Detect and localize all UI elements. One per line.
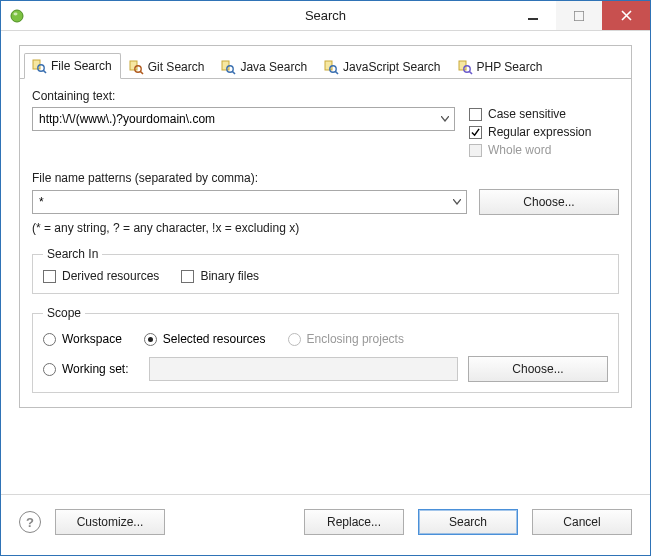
working-set-input <box>149 357 458 381</box>
regex-checkbox[interactable]: Regular expression <box>469 125 619 139</box>
choose-patterns-button[interactable]: Choose... <box>479 189 619 215</box>
radio-checked-icon <box>144 333 157 346</box>
window-controls <box>510 1 650 30</box>
svg-rect-16 <box>459 61 466 70</box>
containing-text-combo[interactable] <box>32 107 455 131</box>
chevron-down-icon[interactable] <box>436 108 454 130</box>
binary-files-checkbox[interactable]: Binary files <box>181 269 259 283</box>
scope-group: Scope Workspace Selected resources En <box>32 306 619 393</box>
svg-line-18 <box>469 71 472 74</box>
svg-rect-3 <box>574 11 584 21</box>
minimize-button[interactable] <box>510 1 556 30</box>
maximize-button[interactable] <box>556 1 602 30</box>
containing-text-input[interactable] <box>33 112 436 126</box>
radio-label: Selected resources <box>163 332 266 346</box>
replace-button[interactable]: Replace... <box>304 509 404 535</box>
tab-body: Containing text: Case sensitive <box>20 79 631 407</box>
tab-java-search[interactable]: Java Search <box>213 54 316 79</box>
svg-rect-2 <box>528 18 538 20</box>
file-search-icon <box>31 58 47 74</box>
svg-point-0 <box>11 10 23 22</box>
search-in-legend: Search In <box>43 247 102 261</box>
svg-rect-4 <box>33 60 40 69</box>
close-button[interactable] <box>602 1 650 30</box>
scope-working-set-radio[interactable]: Working set: <box>43 362 139 376</box>
whole-word-checkbox: Whole word <box>469 143 619 157</box>
derived-resources-checkbox[interactable]: Derived resources <box>43 269 159 283</box>
radio-disabled-icon <box>288 333 301 346</box>
tab-file-search[interactable]: File Search <box>24 53 121 79</box>
checkbox-icon <box>43 270 56 283</box>
case-sensitive-checkbox[interactable]: Case sensitive <box>469 107 619 121</box>
svg-line-6 <box>43 70 46 73</box>
patterns-label: File name patterns (separated by comma): <box>32 171 619 185</box>
patterns-combo[interactable] <box>32 190 467 214</box>
checkbox-icon <box>181 270 194 283</box>
radio-label: Workspace <box>62 332 122 346</box>
search-in-group: Search In Derived resources Binary files <box>32 247 619 294</box>
javascript-search-icon <box>323 59 339 75</box>
radio-icon <box>43 333 56 346</box>
scope-legend: Scope <box>43 306 85 320</box>
svg-line-9 <box>140 71 143 74</box>
search-dialog: Search File Search <box>0 0 651 556</box>
svg-line-12 <box>233 71 236 74</box>
radio-label: Working set: <box>62 362 128 376</box>
tab-label: PHP Search <box>477 60 543 74</box>
tab-javascript-search[interactable]: JavaScript Search <box>316 54 449 79</box>
tab-label: Git Search <box>148 60 205 74</box>
help-icon[interactable]: ? <box>19 511 41 533</box>
checkbox-label: Derived resources <box>62 269 159 283</box>
tabs-bar: File Search Git Search Java Search <box>20 46 631 78</box>
radio-label: Enclosing projects <box>307 332 404 346</box>
scope-enclosing-radio: Enclosing projects <box>288 332 404 346</box>
titlebar: Search <box>1 1 650 31</box>
tab-label: Java Search <box>240 60 307 74</box>
checkbox-disabled-icon <box>469 144 482 157</box>
patterns-hint: (* = any string, ? = any character, !x =… <box>32 221 619 235</box>
containing-text-label: Containing text: <box>32 89 619 103</box>
patterns-input[interactable] <box>33 195 448 209</box>
text-options: Case sensitive Regular expression Whole … <box>469 107 619 157</box>
dialog-footer: ? Customize... Replace... Search Cancel <box>1 494 650 555</box>
checkbox-label: Binary files <box>200 269 259 283</box>
tab-label: JavaScript Search <box>343 60 440 74</box>
scope-selected-radio[interactable]: Selected resources <box>144 332 266 346</box>
java-search-icon <box>220 59 236 75</box>
tab-label: File Search <box>51 59 112 73</box>
cancel-button[interactable]: Cancel <box>532 509 632 535</box>
tab-php-search[interactable]: PHP Search <box>450 54 552 79</box>
chevron-down-icon[interactable] <box>448 191 466 213</box>
svg-point-1 <box>14 12 18 15</box>
choose-working-set-button[interactable]: Choose... <box>468 356 608 382</box>
checkbox-label: Regular expression <box>488 125 591 139</box>
git-search-icon <box>128 59 144 75</box>
search-tabs-container: File Search Git Search Java Search <box>19 45 632 408</box>
dialog-content: File Search Git Search Java Search <box>1 31 650 494</box>
scope-workspace-radio[interactable]: Workspace <box>43 332 122 346</box>
radio-icon <box>43 363 56 376</box>
search-button[interactable]: Search <box>418 509 518 535</box>
php-search-icon <box>457 59 473 75</box>
checkbox-label: Case sensitive <box>488 107 566 121</box>
tab-git-search[interactable]: Git Search <box>121 54 214 79</box>
svg-rect-13 <box>325 61 332 70</box>
checkbox-icon <box>469 108 482 121</box>
svg-line-15 <box>335 71 338 74</box>
app-icon <box>9 8 25 24</box>
checkbox-checked-icon <box>469 126 482 139</box>
customize-button[interactable]: Customize... <box>55 509 165 535</box>
checkbox-label: Whole word <box>488 143 551 157</box>
svg-rect-10 <box>222 61 229 70</box>
svg-rect-7 <box>130 61 137 70</box>
